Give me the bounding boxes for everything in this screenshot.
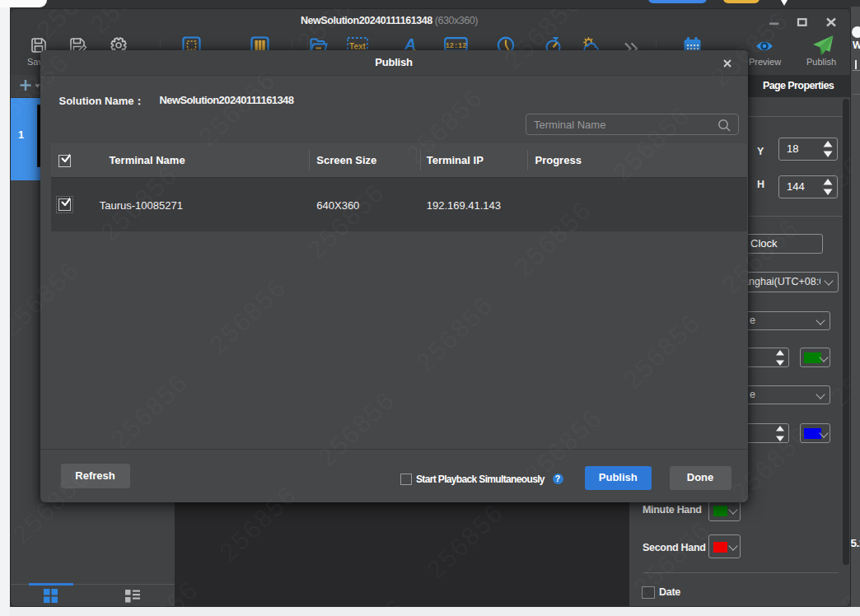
svg-text:12:12: 12:12 (446, 42, 467, 50)
svg-text:Text: Text (349, 42, 366, 51)
